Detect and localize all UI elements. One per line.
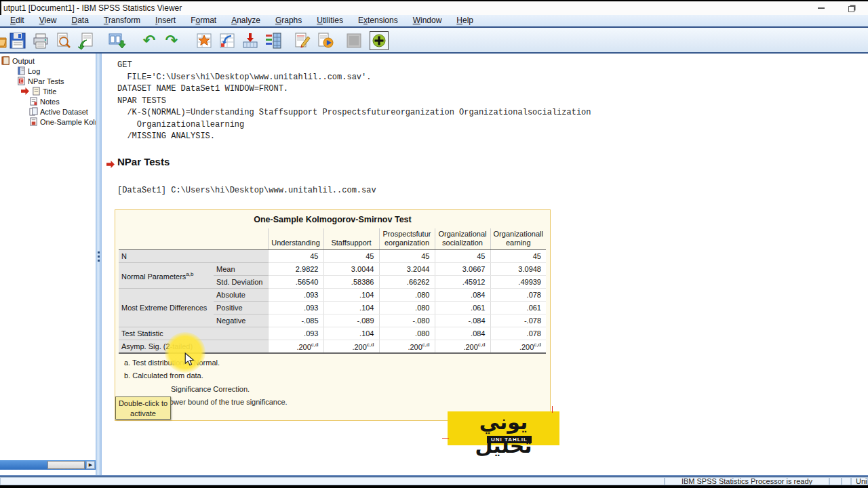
output-book-icon [1,56,10,65]
sidebar-item-one-sample-kolmogorov[interactable]: One-Sample Koln [0,117,96,127]
title-bar: utput1 [Document1] - IBM SPSS Statistics… [0,1,868,15]
goto-case-icon[interactable] [218,31,237,50]
spss-viewer-window: utput1 [Document1] - IBM SPSS Statistics… [0,0,868,488]
mouse-cursor-icon [183,352,195,366]
current-item-arrow-icon [21,87,30,96]
menu-analyze[interactable]: Analyze [224,15,268,26]
outline-pane: Output Log E NPar Tests Title Note [0,54,96,475]
toolbar: ↶ ↷ [0,28,868,54]
column-header: Organizationallearning [490,228,546,250]
footnote-d-visible: ower bound of the true significance. [170,396,550,409]
undo-arrow-glyph: ↶ [143,32,155,49]
table-header-row: Understanding Staffsupport Prospectsfutu… [119,228,546,250]
title-icon [32,87,41,96]
print-preview-icon[interactable] [54,31,73,50]
bottom-black-strip [0,485,868,488]
designate-window-icon[interactable] [370,31,389,50]
uni-tahlil-logo: يوني تحليل UNI TAHLIL [448,411,559,445]
restore-button[interactable] [846,3,856,13]
select-last-output-icon[interactable] [344,31,363,50]
page-title: NPar Tests [117,156,170,167]
syntax-line: NPAR TESTS [117,96,591,108]
redo-icon[interactable]: ↷ [162,31,181,50]
save-icon[interactable] [8,31,27,50]
menu-edit[interactable]: Edit [3,15,32,26]
status-processor-message: IBM SPSS Statistics Processor is ready [665,477,829,485]
pane-splitter[interactable] [96,54,102,475]
edit-output-icon[interactable] [293,31,312,50]
table-row: N 4545454545 [119,250,546,263]
export-icon[interactable] [77,31,96,50]
sidebar-item-log[interactable]: Log [0,66,96,76]
tree-scrollbar-thumb[interactable] [47,461,85,469]
syntax-log-block: GET FILE='C:\Users\hi\Desktop\www.unitah… [117,60,591,143]
syntax-line: /MISSING ANALYSIS. [117,131,591,143]
sidebar-item-npar-tests[interactable]: E NPar Tests [0,76,96,86]
tree-horizontal-scrollbar[interactable]: ▶ [0,460,96,470]
print-icon[interactable] [31,31,50,50]
npar-tests-icon: E [17,77,26,85]
logo-latin-text: UNI TAHLIL [487,436,532,443]
window-title: utput1 [Document1] - IBM SPSS Statistics… [0,3,182,13]
tree-scrollbar-right-arrow[interactable]: ▶ [86,461,95,469]
table-row: Most Extreme Differences Absolute .093.1… [119,289,546,302]
double-click-tooltip: Double-click to activate [115,396,171,420]
minimize-icon [818,7,825,9]
sidebar-item-output[interactable]: Output [0,56,96,66]
dataset-path-line: [DataSet1] C:\Users\hi\Desktop\www.unita… [117,186,376,195]
sidebar-item-active-dataset[interactable]: Active Dataset [0,106,96,117]
status-cell-empty [842,477,851,485]
menu-window[interactable]: Window [406,15,450,26]
menu-format[interactable]: Format [183,15,224,26]
undo-icon[interactable]: ↶ [140,31,159,50]
output-pane: GET FILE='C:\Users\hi\Desktop\www.unitah… [102,54,868,475]
logo-arabic-text: يوني تحليل [448,410,559,458]
minimize-button[interactable] [816,3,826,13]
status-cell-empty [0,477,665,485]
svg-text:E: E [20,78,23,84]
menu-help[interactable]: Help [449,15,481,26]
menu-extensions[interactable]: Extensions [351,15,406,26]
redo-arrow-glyph: ↷ [165,32,178,49]
column-header: Understanding [268,228,323,250]
one-sample-test-icon [29,117,38,126]
menu-transform[interactable]: Transform [96,15,148,26]
status-cell-empty [829,477,842,485]
footnote-c-visible: Significance Correction. [171,383,550,396]
restore-icon [848,6,854,12]
left-edge-sliver [0,1,1,15]
syntax-line: GET [117,60,591,72]
table-title: One-Sample Kolmogorov-Smirnov Test [115,215,550,224]
menu-utilities[interactable]: Utilities [309,15,351,26]
syntax-line: DATASET NAME DataSet1 WINDOW=FRONT. [117,83,591,96]
recall-dialog-icon[interactable] [107,31,126,50]
sidebar-item-notes[interactable]: Notes [0,96,96,106]
main-area: Output Log E NPar Tests Title Note [0,54,868,475]
goto-data-icon[interactable] [195,31,214,50]
heading-red-arrow-icon [106,160,116,169]
syntax-line: Organizationallearning [117,119,591,131]
menu-view[interactable]: View [32,15,64,26]
open-icon[interactable] [0,31,8,50]
menu-data[interactable]: Data [64,15,96,26]
syntax-line: /K-S(NORMAL)=Understanding Staffsupport … [117,107,591,119]
column-header: Prospectsfutureorganization [379,228,435,250]
table-row: Normal Parametersa,b Mean 2.98223.00443.… [119,263,546,276]
notes-icon [29,97,38,106]
column-header: Organizationalsocialization [435,228,490,250]
active-dataset-icon [29,107,38,116]
menu-graphs[interactable]: Graphs [268,15,309,26]
log-icon [17,66,26,75]
insert-variables-icon[interactable] [241,31,260,50]
status-unicode-indicator: Unicode:ON [851,477,868,485]
syntax-line: FILE='C:\Users\hi\Desktop\www.unitahlil.… [117,72,591,84]
splitter-grip-icon [98,251,100,253]
pivot-table-object[interactable]: One-Sample Kolmogorov-Smirnov Test Under… [115,209,551,421]
status-bar: IBM SPSS Statistics Processor is ready U… [0,477,868,485]
variables-icon[interactable] [264,31,283,50]
sidebar-item-title[interactable]: Title [0,86,96,96]
menu-insert[interactable]: Insert [148,15,183,26]
column-header: Staffsupport [323,228,379,250]
menu-bar: Edit View Data Transform Insert Format A… [0,15,868,28]
run-script-icon[interactable] [316,31,335,50]
